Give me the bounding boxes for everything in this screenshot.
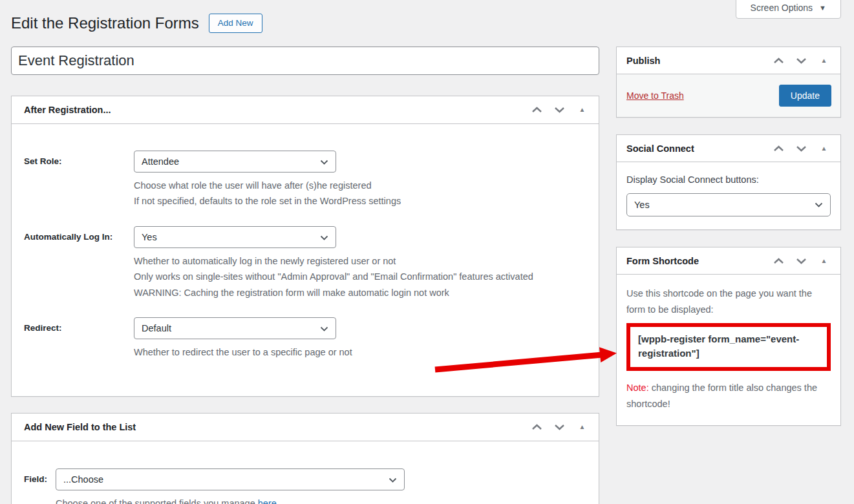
- social-connect-selected-value: Yes: [634, 200, 650, 210]
- chevron-down-icon: [815, 202, 823, 207]
- add-new-button[interactable]: Add New: [209, 14, 262, 33]
- move-down-button[interactable]: [790, 249, 813, 273]
- publish-body: Move to Trash Update: [617, 74, 840, 117]
- chevron-down-icon: [796, 58, 807, 64]
- triangle-up-icon: ▲: [821, 258, 827, 264]
- metabox-handle-actions: ▲: [767, 137, 835, 160]
- move-up-button[interactable]: [526, 415, 548, 439]
- move-up-button[interactable]: [767, 49, 790, 72]
- field-row: Field: ...Choose Choose one of the suppo…: [24, 468, 583, 504]
- chevron-down-icon: [796, 258, 807, 264]
- chevron-up-icon: [773, 58, 784, 64]
- chevron-down-icon: [320, 235, 328, 240]
- field-description: Choose one of the supported fields you m…: [56, 496, 405, 504]
- social-connect-title: Social Connect: [626, 143, 694, 154]
- move-down-button[interactable]: [790, 137, 813, 160]
- auto-login-description: Only works on single-sites without "Admi…: [134, 269, 533, 284]
- main-content-column: After Registration... ▲: [11, 47, 599, 504]
- chevron-up-icon: [773, 145, 784, 152]
- form-shortcode-body: Use this shortcode on the page you want …: [617, 275, 840, 425]
- screen-options-button[interactable]: Screen Options ▼: [736, 0, 841, 19]
- page-title: Edit the Registration Forms: [11, 14, 199, 32]
- social-connect-select[interactable]: Yes: [626, 193, 831, 216]
- move-down-button[interactable]: [790, 49, 813, 72]
- collapse-toggle-button[interactable]: ▲: [571, 415, 593, 439]
- after-registration-body: Set Role: Attendee Choose what role the …: [12, 124, 599, 396]
- chevron-down-icon: [320, 326, 328, 331]
- set-role-description: If not specified, defaults to the role s…: [134, 194, 401, 208]
- set-role-description: Choose what role the user will have afte…: [134, 178, 401, 193]
- update-button[interactable]: Update: [779, 85, 831, 107]
- move-to-trash-link[interactable]: Move to Trash: [626, 90, 684, 101]
- set-role-select[interactable]: Attendee: [134, 151, 336, 173]
- move-up-button[interactable]: [767, 249, 790, 273]
- shortcode-value[interactable]: [wppb-register form_name="event-registra…: [626, 323, 831, 371]
- add-new-field-metabox: Add New Field to the List ▲: [11, 413, 599, 504]
- screen-options-label: Screen Options: [751, 3, 813, 13]
- auto-login-description: WARNING: Caching the registration form w…: [134, 286, 533, 300]
- form-title-input[interactable]: [11, 47, 599, 75]
- page-header: Edit the Registration Forms Add New: [0, 0, 854, 34]
- collapse-toggle-button[interactable]: ▲: [571, 98, 593, 121]
- metabox-handle-actions: ▲: [767, 249, 835, 273]
- move-down-button[interactable]: [548, 415, 571, 439]
- chevron-up-icon: [531, 424, 542, 430]
- social-connect-body: Display Social Connect buttons: Yes: [617, 162, 840, 229]
- redirect-selected-value: Default: [142, 323, 171, 333]
- auto-login-select[interactable]: Yes: [134, 226, 336, 248]
- chevron-down-icon: [796, 145, 807, 152]
- publish-header: Publish ▲: [617, 47, 840, 74]
- chevron-down-icon: [389, 478, 397, 483]
- caret-down-icon: ▼: [819, 5, 826, 12]
- collapse-toggle-button[interactable]: ▲: [813, 137, 835, 160]
- collapse-toggle-button[interactable]: ▲: [813, 49, 835, 72]
- metabox-handle-actions: ▲: [767, 49, 835, 72]
- form-shortcode-title: Form Shortcode: [626, 256, 699, 266]
- chevron-down-icon: [554, 107, 565, 113]
- triangle-up-icon: ▲: [821, 58, 827, 64]
- social-connect-label: Display Social Connect buttons:: [626, 174, 831, 185]
- after-registration-metabox: After Registration... ▲: [11, 96, 599, 397]
- triangle-up-icon: ▲: [821, 145, 827, 152]
- chevron-up-icon: [773, 258, 784, 264]
- redirect-description: Whether to redirect the user to a specif…: [134, 345, 352, 359]
- after-registration-header: After Registration... ▲: [12, 96, 599, 124]
- redirect-row: Redirect: Default Whether to redirect th…: [24, 317, 583, 359]
- sidebar-column: Publish ▲ Move to Trash: [616, 47, 841, 504]
- add-new-field-header: Add New Field to the List ▲: [12, 414, 599, 441]
- publish-metabox: Publish ▲ Move to Trash: [616, 47, 841, 118]
- move-up-button[interactable]: [767, 137, 790, 160]
- form-shortcode-metabox: Form Shortcode ▲ Use this sh: [616, 247, 841, 426]
- metabox-handle-actions: ▲: [526, 98, 593, 121]
- note-prefix: Note:: [626, 383, 649, 393]
- add-new-field-body: Field: ...Choose Choose one of the suppo…: [12, 441, 599, 504]
- social-connect-header: Social Connect ▲: [617, 135, 840, 162]
- chevron-down-icon: [554, 424, 565, 430]
- auto-login-row: Automatically Log In: Yes Whether to aut…: [24, 226, 583, 300]
- field-select[interactable]: ...Choose: [56, 468, 405, 490]
- after-registration-title: After Registration...: [24, 105, 111, 115]
- shortcode-note: Note: changing the form title also chang…: [626, 380, 831, 413]
- set-role-selected-value: Attendee: [142, 156, 179, 167]
- publish-title: Publish: [626, 56, 660, 66]
- chevron-down-icon: [320, 160, 328, 165]
- add-new-field-title: Add New Field to the List: [24, 422, 136, 432]
- move-down-button[interactable]: [548, 98, 571, 121]
- collapse-toggle-button[interactable]: ▲: [813, 249, 835, 273]
- redirect-select[interactable]: Default: [134, 317, 336, 339]
- triangle-up-icon: ▲: [579, 424, 586, 430]
- field-label: Field:: [24, 468, 56, 504]
- auto-login-label: Automatically Log In:: [24, 226, 134, 300]
- manage-fields-link[interactable]: here: [258, 498, 277, 504]
- social-connect-metabox: Social Connect ▲ Display Soc: [616, 134, 841, 230]
- field-selected-value: ...Choose: [63, 474, 103, 485]
- form-shortcode-header: Form Shortcode ▲: [617, 247, 840, 275]
- triangle-up-icon: ▲: [579, 107, 586, 113]
- note-text: changing the form title also changes the…: [626, 383, 817, 409]
- auto-login-description: Whether to automatically log in the newl…: [134, 254, 533, 268]
- shortcode-intro-text: Use this shortcode on the page you want …: [626, 286, 831, 319]
- move-up-button[interactable]: [526, 98, 548, 121]
- metabox-handle-actions: ▲: [526, 415, 593, 439]
- wordpress-admin-page: Screen Options ▼ Edit the Registration F…: [0, 0, 854, 504]
- set-role-row: Set Role: Attendee Choose what role the …: [24, 151, 583, 209]
